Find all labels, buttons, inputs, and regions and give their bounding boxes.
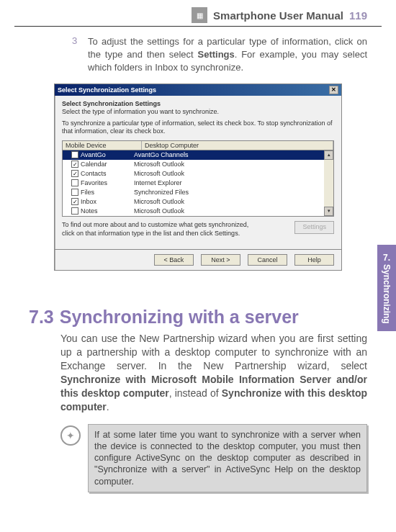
step-3: 3 To adjust the settings for a particula… bbox=[29, 35, 367, 75]
scroll-down-icon[interactable]: ▾ bbox=[324, 207, 333, 216]
table-row[interactable]: ✓CalendarMicrosoft Outlook bbox=[63, 160, 333, 169]
row-desktop: AvantGo Channels bbox=[134, 151, 332, 158]
section-body: You can use the New Partnership wizard w… bbox=[60, 332, 367, 413]
table-row[interactable]: NotesMicrosoft Outlook bbox=[63, 207, 333, 216]
row-label: Notes bbox=[81, 207, 134, 215]
scroll-up-icon[interactable]: ▴ bbox=[324, 150, 333, 160]
scrollbar[interactable]: ▴ ▾ bbox=[324, 150, 333, 216]
cancel-button[interactable]: Cancel bbox=[248, 254, 287, 266]
dialog-tip-row: To find out more about and to customize … bbox=[62, 221, 334, 238]
step-bold-settings: Settings bbox=[197, 49, 234, 60]
chapter-number: 7. bbox=[383, 253, 390, 263]
row-desktop: Microsoft Outlook bbox=[134, 170, 332, 177]
step-text: To adjust the settings for a particular … bbox=[88, 35, 367, 75]
section-number: 7.3 bbox=[29, 307, 54, 328]
chapter-label: Synchronizing bbox=[382, 264, 392, 324]
dialog-footer: < Back Next > Cancel Help bbox=[55, 249, 341, 270]
dialog-tip-text: To find out more about and to customize … bbox=[62, 221, 260, 238]
section-p3: . bbox=[107, 401, 109, 412]
row-desktop: Microsoft Outlook bbox=[134, 161, 332, 168]
note-box: ✦ If at some later time you want to sync… bbox=[60, 424, 367, 492]
row-label: AvantGo bbox=[81, 151, 134, 158]
row-desktop: Internet Explorer bbox=[134, 179, 332, 186]
help-button[interactable]: Help bbox=[294, 254, 334, 266]
dialog-titlebar: Select Synchronization Settings ✕ bbox=[55, 84, 341, 96]
section-title: Synchronizing with a server bbox=[60, 307, 299, 328]
table-row[interactable]: ✓InboxMicrosoft Outlook bbox=[63, 197, 333, 207]
dialog-subtitle: Select Synchronization Settings bbox=[62, 100, 334, 107]
dialog-subdesc: Select the type of information you want … bbox=[62, 108, 334, 115]
row-label: Calendar bbox=[81, 161, 134, 168]
close-icon[interactable]: ✕ bbox=[329, 86, 338, 94]
step-number: 3 bbox=[72, 35, 81, 75]
row-desktop: Synchronized Files bbox=[134, 189, 332, 196]
note-text: If at some later time you want to synchr… bbox=[88, 424, 367, 492]
row-label: Files bbox=[81, 189, 134, 196]
manual-title: Smartphone User Manual bbox=[213, 9, 343, 22]
row-label: Favorites bbox=[81, 179, 134, 186]
section-p1: You can use the New Partnership wizard w… bbox=[60, 333, 367, 371]
sync-table: Mobile Device Desktop Computer AvantGoAv… bbox=[62, 140, 334, 217]
chapter-tab: 7. Synchronizing bbox=[377, 245, 396, 331]
checkbox[interactable]: ✓ bbox=[71, 161, 78, 168]
table-row[interactable]: ✓ContactsMicrosoft Outlook bbox=[63, 169, 333, 179]
row-desktop: Microsoft Outlook bbox=[134, 207, 332, 215]
row-label: Inbox bbox=[81, 198, 134, 205]
checkbox[interactable] bbox=[71, 179, 78, 186]
next-button[interactable]: Next > bbox=[201, 254, 240, 266]
checkbox[interactable]: ✓ bbox=[71, 170, 78, 177]
checkbox[interactable] bbox=[71, 151, 78, 158]
section-p2: , instead of bbox=[169, 387, 222, 399]
checkbox[interactable] bbox=[71, 207, 78, 215]
header-icon: ▦ bbox=[192, 7, 207, 23]
table-header: Mobile Device Desktop Computer bbox=[63, 141, 333, 150]
row-label: Contacts bbox=[81, 170, 134, 177]
dialog-desc: To synchronize a particular type of info… bbox=[62, 120, 334, 136]
table-row[interactable]: AvantGoAvantGo Channels bbox=[63, 150, 333, 160]
settings-button[interactable]: Settings bbox=[294, 221, 334, 234]
page-number: 119 bbox=[349, 9, 367, 22]
section-heading: 7.3 Synchronizing with a server bbox=[29, 307, 367, 328]
back-button[interactable]: < Back bbox=[154, 254, 194, 266]
col-mobile: Mobile Device bbox=[63, 141, 142, 150]
page-header: ▦ Smartphone User Manual 119 bbox=[14, 0, 382, 27]
row-desktop: Microsoft Outlook bbox=[134, 198, 332, 205]
table-row[interactable]: FavoritesInternet Explorer bbox=[63, 179, 333, 188]
table-row[interactable]: FilesSynchronized Files bbox=[63, 188, 333, 197]
checkbox[interactable] bbox=[71, 189, 78, 196]
lightbulb-icon: ✦ bbox=[60, 425, 81, 446]
dialog-title: Select Synchronization Settings bbox=[58, 86, 156, 94]
col-desktop: Desktop Computer bbox=[142, 141, 333, 150]
table-body: AvantGoAvantGo Channels✓CalendarMicrosof… bbox=[63, 150, 333, 216]
sync-settings-dialog: Select Synchronization Settings ✕ Select… bbox=[54, 84, 342, 271]
checkbox[interactable]: ✓ bbox=[71, 198, 78, 205]
